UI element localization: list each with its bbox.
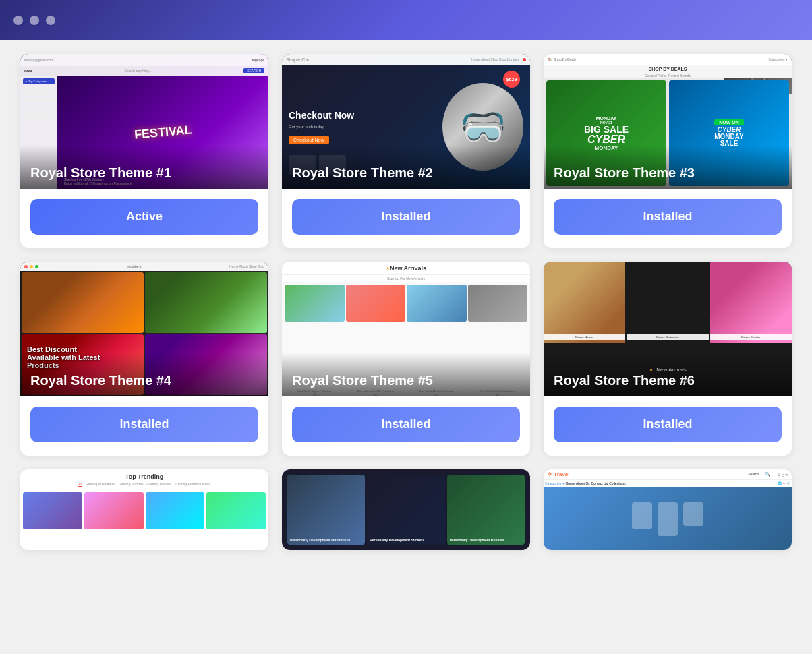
theme-preview-4[interactable]: youtube.it Home About Shop Blog Best Dis… xyxy=(20,262,268,396)
preview-8[interactable]: Personality Development Illustrations Pe… xyxy=(282,469,530,550)
theme-card-8-partial: Personality Development Illustrations Pe… xyxy=(282,469,530,550)
theme-grid: indaisy@gmail.com Language araz Search a… xyxy=(20,54,792,456)
theme-5-button-area: Installed xyxy=(282,396,530,442)
theme-5-button[interactable]: Installed xyxy=(292,407,520,442)
theme-6-button[interactable]: Installed xyxy=(554,407,782,442)
theme-2-button-area: Installed xyxy=(282,189,530,235)
window-dot-1 xyxy=(13,16,23,25)
theme-3-button-area: Installed xyxy=(544,189,792,235)
theme-preview-3[interactable]: 🎧 🏠 Shop By Deals Categories ▾ SHOP BY D… xyxy=(544,54,792,189)
theme-card-5: ★ New Arrivals Sign Up For New Arrivals … xyxy=(282,262,530,456)
theme-preview-1[interactable]: indaisy@gmail.com Language araz Search a… xyxy=(20,54,268,189)
theme-card-7-partial: Top Trending All Gaming Illustrations Ga… xyxy=(20,469,268,550)
theme-card-3: 🎧 🏠 Shop By Deals Categories ▾ SHOP BY D… xyxy=(544,54,792,248)
top-bar xyxy=(0,0,812,40)
theme-5-label: Royal Store Theme #5 xyxy=(282,353,530,396)
fitness-grid: Fitness Memes Fitness Illustrations Fitn… xyxy=(544,262,792,343)
preview-9-content: ✈ Travel Search... 🔍 ⊟ ◻ ✕ Categories ▾ … xyxy=(544,469,792,550)
preview-1-topbar: indaisy@gmail.com Language xyxy=(20,54,268,66)
preview-8-content: Personality Development Illustrations Pe… xyxy=(282,469,530,550)
theme-card-6: Fitness Memes Fitness Illustrations Fitn… xyxy=(544,262,792,456)
theme-3-label: Royal Store Theme #3 xyxy=(544,145,792,189)
preview-7[interactable]: Top Trending All Gaming Illustrations Ga… xyxy=(20,469,268,550)
preview-1-nav: araz Search anything... SEARCH xyxy=(20,66,268,76)
theme-1-button-area: Active xyxy=(20,189,268,235)
partial-theme-grid: Top Trending All Gaming Illustrations Ga… xyxy=(20,469,792,550)
preview-7-content: Top Trending All Gaming Illustrations Ga… xyxy=(20,469,268,550)
theme-card-9-partial: ✈ Travel Search... 🔍 ⊟ ◻ ✕ Categories ▾ … xyxy=(544,469,792,550)
theme-4-button-area: Installed xyxy=(20,396,268,442)
theme-2-button[interactable]: Installed xyxy=(292,199,520,235)
window-dot-3 xyxy=(46,16,55,25)
theme-1-button[interactable]: Active xyxy=(30,199,258,235)
preview-9[interactable]: ✈ Travel Search... 🔍 ⊟ ◻ ✕ Categories ▾ … xyxy=(544,469,792,550)
checkout-cta[interactable]: Checkout Now xyxy=(289,136,329,144)
theme-4-label: Royal Store Theme #4 xyxy=(20,353,268,396)
theme-card-1: indaisy@gmail.com Language araz Search a… xyxy=(20,54,268,248)
theme-2-label: Royal Store Theme #2 xyxy=(282,145,530,189)
theme-6-label: Royal Store Theme #6 xyxy=(544,353,792,396)
theme-preview-2[interactable]: Simple Cart Home About Shop Blog Contact… xyxy=(282,54,530,189)
theme-4-button[interactable]: Installed xyxy=(30,407,258,442)
theme-preview-5[interactable]: ★ New Arrivals Sign Up For New Arrivals … xyxy=(282,262,530,396)
preview-2-text: Checkout Now Get your tech today Checkou… xyxy=(289,110,436,144)
theme-6-button-area: Installed xyxy=(544,396,792,442)
main-content: indaisy@gmail.com Language araz Search a… xyxy=(0,40,812,564)
theme-preview-6[interactable]: Fitness Memes Fitness Illustrations Fitn… xyxy=(544,262,792,396)
theme-3-button[interactable]: Installed xyxy=(554,199,782,235)
window-dot-2 xyxy=(30,16,39,25)
theme-card-2: Simple Cart Home About Shop Blog Contact… xyxy=(282,54,530,248)
theme-1-label: Royal Store Theme #1 xyxy=(20,145,268,189)
theme-card-4: youtube.it Home About Shop Blog Best Dis… xyxy=(20,262,268,456)
